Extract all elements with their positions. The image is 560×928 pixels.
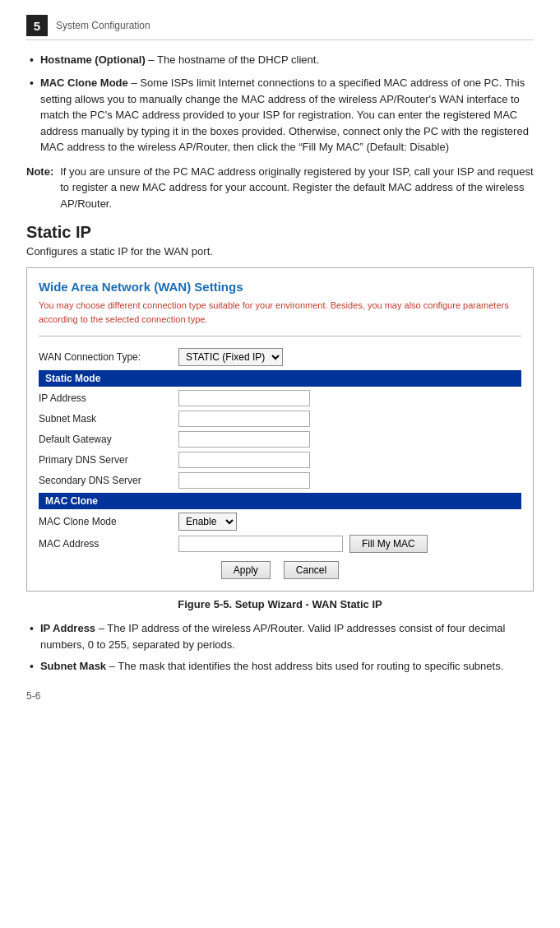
mac-clone-mode-row: MAC Clone Mode Enable Disable [39, 513, 521, 531]
item-bold: MAC Clone Mode [40, 77, 128, 89]
item-rest: – The mask that identifies the host addr… [106, 660, 503, 672]
mac-clone-mode-select[interactable]: Enable Disable [178, 513, 237, 531]
section-title: Static IP [26, 223, 534, 242]
default-gateway-label: Default Gateway [39, 434, 178, 445]
list-item: Hostname (Optional) – The hostname of th… [26, 52, 534, 69]
chapter-header: 5 System Configuration [26, 15, 534, 40]
wan-select-wrap[interactable]: STATIC (Fixed IP) [178, 348, 283, 366]
secondary-dns-label: Secondary DNS Server [39, 475, 178, 486]
section-subtitle: Configures a static IP for the WAN port. [26, 245, 534, 258]
mac-address-row: MAC Address Fill My MAC [39, 535, 521, 553]
list-item: Subnet Mask – The mask that identifies t… [26, 658, 534, 675]
primary-dns-row: Primary DNS Server [39, 452, 521, 468]
wan-settings-box: Wide Area Network (WAN) Settings You may… [26, 267, 534, 592]
primary-dns-input[interactable] [178, 452, 310, 468]
item-bold: Subnet Mask [40, 660, 106, 672]
secondary-dns-input[interactable] [178, 472, 310, 489]
note-text: If you are unsure of the PC MAC address … [60, 164, 534, 212]
action-buttons-row: Apply Cancel [39, 561, 521, 579]
item-text: Hostname (Optional) – The hostname of th… [40, 52, 319, 68]
wan-connection-type-row: WAN Connection Type: STATIC (Fixed IP) [39, 348, 521, 366]
wan-connection-type-select[interactable]: STATIC (Fixed IP) [178, 348, 283, 366]
wan-connection-type-label: WAN Connection Type: [39, 351, 178, 363]
page-number: 5-6 [26, 690, 534, 702]
wan-divider [39, 336, 521, 336]
bottom-bullet-list: IP Address – The IP address of the wirel… [26, 620, 534, 675]
figure-caption: Figure 5-5. Setup Wizard - WAN Static IP [26, 598, 534, 610]
mac-clone-bar: MAC Clone [39, 493, 521, 509]
mac-clone-mode-wrap[interactable]: Enable Disable [178, 513, 237, 531]
item-rest: – The IP address of the wireless AP/Rout… [40, 622, 506, 651]
static-mode-bar: Static Mode [39, 370, 521, 387]
note-label: Note: [26, 164, 53, 212]
ip-address-row: IP Address [39, 390, 521, 406]
wan-title: Wide Area Network (WAN) Settings [39, 280, 521, 294]
default-gateway-input[interactable] [178, 431, 310, 448]
item-bold: Hostname (Optional) [40, 53, 146, 66]
wan-desc: You may choose different connection type… [39, 299, 521, 326]
list-item: IP Address – The IP address of the wirel… [26, 620, 534, 652]
item-text: Subnet Mask – The mask that identifies t… [40, 658, 503, 675]
ip-address-input[interactable] [178, 390, 310, 406]
subnet-mask-row: Subnet Mask [39, 411, 521, 427]
subnet-mask-input[interactable] [178, 411, 310, 427]
chapter-title: System Configuration [56, 20, 150, 31]
subnet-mask-label: Subnet Mask [39, 413, 178, 425]
fig-prefix: Figure 5-5. [178, 598, 232, 610]
secondary-dns-row: Secondary DNS Server [39, 472, 521, 489]
cancel-button[interactable]: Cancel [284, 561, 339, 579]
item-text: MAC Clone Mode – Some ISPs limit Interne… [40, 75, 534, 155]
default-gateway-row: Default Gateway [39, 431, 521, 448]
item-text: IP Address – The IP address of the wirel… [40, 620, 534, 652]
note-block: Note: If you are unsure of the PC MAC ad… [26, 164, 534, 212]
ip-address-label: IP Address [39, 392, 178, 404]
chapter-number: 5 [26, 15, 48, 36]
item-rest: – The hostname of the DHCP client. [146, 53, 319, 66]
fig-text: Setup Wizard - WAN Static IP [232, 598, 382, 610]
mac-clone-mode-label: MAC Clone Mode [39, 516, 178, 527]
top-bullet-list: Hostname (Optional) – The hostname of th… [26, 52, 534, 155]
list-item: MAC Clone Mode – Some ISPs limit Interne… [26, 75, 534, 155]
mac-address-input[interactable] [178, 536, 343, 552]
mac-address-label: MAC Address [39, 538, 178, 550]
primary-dns-label: Primary DNS Server [39, 454, 178, 466]
item-bold: IP Address [40, 622, 95, 634]
fill-my-mac-button[interactable]: Fill My MAC [349, 535, 428, 553]
apply-button[interactable]: Apply [221, 561, 271, 579]
